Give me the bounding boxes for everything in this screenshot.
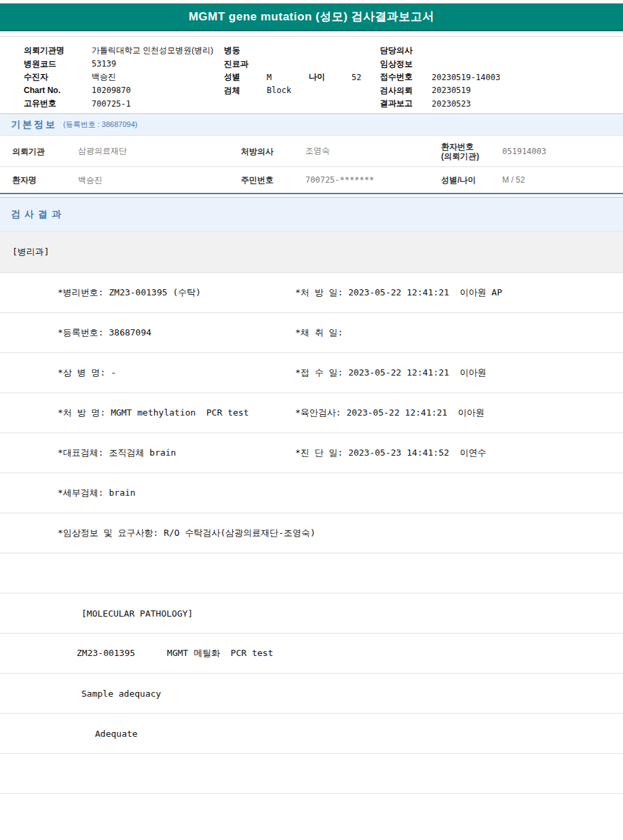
table-row: 환자명 백승진 주민번호 700725-******* 성별/나이 M / 52 (0, 167, 623, 193)
result-field: *진 단 일: 2023-05-23 14:41:52 이연수 (295, 447, 623, 459)
cell-value: 051914003 (502, 147, 623, 156)
cell-value: 삼광의료재단 (78, 145, 241, 157)
result-row: *대표검체: 조직검체 brain *진 단 일: 2023-05-23 14:… (0, 433, 623, 473)
result-row: Adequate (0, 714, 623, 754)
result-row: *처 방 명: MGMT methylation PCR test *육안검사:… (0, 393, 623, 433)
field-label: Chart No. (24, 86, 92, 95)
field-value: 700725-1 (92, 99, 131, 109)
header-field-row: 진료과 (224, 58, 377, 71)
sample-adequacy-label: Sample adequacy (0, 689, 623, 699)
result-row: *병리번호: ZM23-001395 (수탁) *처 방 일: 2023-05-… (0, 273, 623, 313)
header-field-row: 병동 (224, 44, 377, 58)
field-label: 검체 (224, 85, 267, 96)
registration-number: (등록번호 : 38687094) (63, 120, 137, 130)
result-row: *세부검체: brain (0, 473, 623, 513)
header-field-row: 검사의뢰 20230519 (380, 84, 611, 98)
cell-value: M / 52 (502, 175, 623, 185)
patient-header-left-column: 의뢰기관명 가톨릭대학교 인천성모병원(병리) 병원코드 53139 수진자 백… (24, 44, 221, 111)
result-field: *접 수 일: 2023-05-22 12:41:21 이아원 (295, 367, 623, 379)
cell-label: 의뢰기관 (0, 147, 78, 156)
section-title: 기본정보 (11, 119, 57, 131)
field-value: 20230523 (432, 99, 471, 109)
field-label: 수진자 (24, 71, 92, 83)
result-field: *임상정보 및 요구사항: R/O 수탁검사(삼광의료재단-조영숙) (0, 527, 623, 539)
field-label: 성별 (224, 71, 267, 83)
header-field-row: 수진자 백승진 (24, 71, 221, 84)
field-label: 병원코드 (24, 58, 92, 70)
field-value: 53139 (92, 59, 116, 69)
header-field-row: 고유번호 700725-1 (24, 97, 221, 111)
basic-info-section-header: 기본정보 (등록번호 : 38687094) (0, 113, 623, 136)
cell-label: 성별/나이 (441, 175, 502, 185)
table-row: 의뢰기관 삼광의료재단 처방의사 조영숙 환자번호 (의뢰기관) 0519140… (0, 136, 623, 167)
molecular-pathology-header: [MOLECULAR PATHOLOGY] (0, 608, 623, 619)
sample-adequacy-value: Adequate (0, 729, 623, 739)
patient-header-middle-column: 병동 진료과 성별 M 나이 52 검체 Block (224, 44, 377, 97)
field-value: 가톨릭대학교 인천성모병원(병리) (92, 45, 213, 56)
results-list: *병리번호: ZM23-001395 (수탁) *처 방 일: 2023-05-… (0, 273, 623, 794)
field-value: 20230519-14003 (432, 73, 500, 82)
header-field-row: 임상정보 (380, 58, 611, 71)
results-section-header: 검 사 결 과 (0, 197, 623, 232)
report-title: MGMT gene mutation (성모) 검사결과보고서 (189, 9, 434, 24)
result-field: *처 방 일: 2023-05-22 12:41:21 이아원 AP (295, 287, 623, 299)
field-label: 고유번호 (24, 98, 92, 109)
cell-label: 처방의사 (241, 147, 305, 156)
result-field: *병리번호: ZM23-001395 (수탁) (0, 287, 295, 299)
header-field-row: 병원코드 53139 (24, 58, 221, 71)
field-value: M (267, 73, 309, 82)
report-page: MGMT gene mutation (성모) 검사결과보고서 의뢰기관명 가톨… (0, 3, 623, 794)
cell-value: 백승진 (78, 175, 241, 186)
result-row: *등록번호: 38687094 *채 취 일: (0, 313, 623, 353)
section-title: 검 사 결 과 (11, 208, 62, 221)
result-row: *임상정보 및 요구사항: R/O 수탁검사(삼광의료재단-조영숙) (0, 513, 623, 553)
header-field-row: 성별 M 나이 52 (224, 71, 377, 84)
result-field: *등록번호: 38687094 (0, 327, 295, 339)
result-row: ZM23-001395 MGMT 메틸화 PCR test (0, 634, 623, 674)
empty-row (0, 754, 623, 794)
patient-header: 의뢰기관명 가톨릭대학교 인천성모병원(병리) 병원코드 53139 수진자 백… (0, 36, 623, 113)
result-field: *상 병 명: - (0, 367, 295, 379)
report-title-banner: MGMT gene mutation (성모) 검사결과보고서 (0, 3, 623, 31)
field-value: 10209870 (92, 86, 131, 95)
result-field: *육안검사: 2023-05-22 12:41:21 이아원 (295, 407, 623, 419)
cell-value: 조영숙 (305, 145, 441, 157)
header-field-row: 검체 Block (224, 84, 377, 98)
cell-value: 700725-******* (305, 175, 441, 185)
cell-label: 주민번호 (241, 175, 305, 185)
field-label: 진료과 (224, 58, 267, 70)
header-field-row: 접수번호 20230519-14003 (380, 71, 611, 84)
result-row: *상 병 명: - *접 수 일: 2023-05-22 12:41:21 이아… (0, 353, 623, 393)
department-label: [병리과] (12, 246, 50, 258)
basic-info-table: 의뢰기관 삼광의료재단 처방의사 조영숙 환자번호 (의뢰기관) 0519140… (0, 136, 623, 194)
patient-header-right-column: 담당의사 임상정보 접수번호 20230519-14003 검사의뢰 20230… (380, 44, 611, 111)
field-label: 나이 (309, 71, 352, 83)
field-label: 담당의사 (380, 45, 432, 56)
result-row: Sample adequacy (0, 674, 623, 714)
result-field: *대표검체: 조직검체 brain (0, 447, 295, 459)
field-label: 임상정보 (380, 58, 432, 70)
empty-row (0, 553, 623, 594)
result-field: *처 방 명: MGMT methylation PCR test (0, 407, 295, 419)
cell-label: 환자번호 (의뢰기관) (441, 142, 502, 161)
header-field-row: 결과보고 20230523 (380, 97, 611, 111)
field-label: 의뢰기관명 (24, 45, 92, 56)
field-value: 백승진 (92, 71, 116, 83)
field-label: 병동 (224, 45, 267, 56)
department-band: [병리과] (0, 232, 623, 273)
header-field-row: Chart No. 10209870 (24, 84, 221, 98)
cell-label: 환자명 (0, 175, 78, 185)
field-label: 접수번호 (380, 71, 432, 83)
field-label: 결과보고 (380, 98, 432, 109)
molecular-test-line: ZM23-001395 MGMT 메틸화 PCR test (0, 647, 623, 659)
result-field: *세부검체: brain (0, 487, 295, 499)
header-field-row: 담당의사 (380, 44, 611, 58)
header-field-row: 의뢰기관명 가톨릭대학교 인천성모병원(병리) (24, 44, 221, 58)
result-row: [MOLECULAR PATHOLOGY] (0, 594, 623, 634)
result-field: *채 취 일: (295, 327, 623, 339)
field-label: 검사의뢰 (380, 85, 432, 96)
field-value: 20230519 (432, 86, 471, 95)
field-value: Block (267, 86, 291, 95)
field-value: 52 (352, 73, 361, 82)
